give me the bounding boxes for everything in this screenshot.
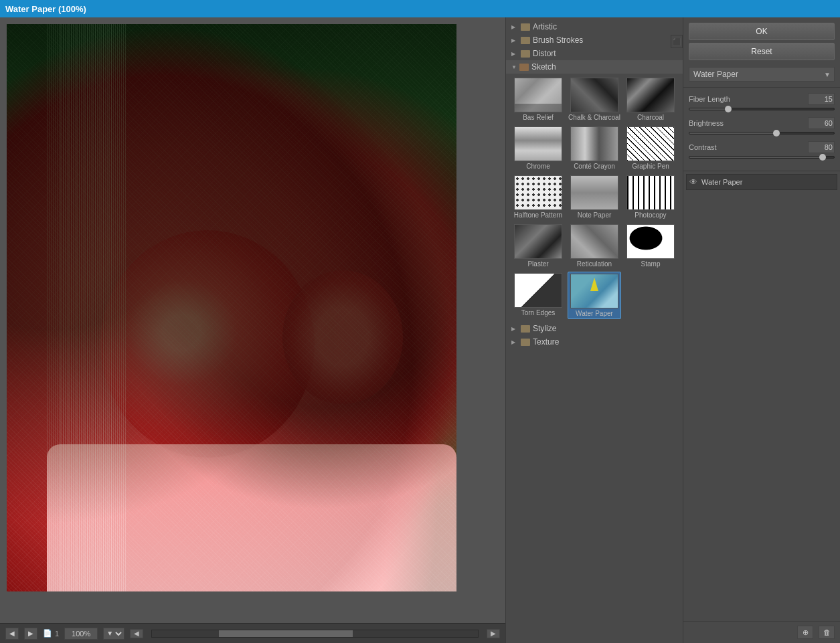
filter-selector: Water Paper ▼	[689, 67, 835, 82]
nav-next-button[interactable]: ▶	[24, 628, 37, 640]
thumb-item-chrome[interactable]: Chrome	[511, 125, 565, 171]
param-brightness-value[interactable]	[808, 117, 835, 129]
thumb-item-stamp[interactable]: Stamp	[624, 223, 677, 269]
page-count: 1	[55, 630, 59, 638]
thumb-item-note-paper[interactable]: Note Paper	[568, 174, 621, 220]
titlebar: Water Paper (100%)	[0, 0, 840, 17]
thumb-img-bas-relief	[514, 78, 562, 112]
collapse-panel-button[interactable]: ⬛	[671, 35, 683, 48]
thumb-item-chalk-charcoal[interactable]: Chalk & Charcoal	[568, 76, 621, 122]
sketch-thumb-grid: Bas Relief Chalk & Charcoal Charcoal Chr…	[506, 74, 683, 322]
param-fiber-length: Fiber Length	[689, 93, 835, 110]
param-brightness-header: Brightness	[689, 117, 835, 129]
thumb-img-plaster	[514, 224, 562, 259]
horizontal-scrollbar-track[interactable]	[151, 630, 479, 638]
param-fiber-length-header: Fiber Length	[689, 93, 835, 105]
thumb-item-photocopy[interactable]: Photocopy	[624, 174, 677, 220]
thumb-label-chalk-charcoal: Chalk & Charcoal	[568, 114, 620, 121]
thumb-img-halftone-pattern	[514, 175, 562, 210]
right-bottom-actions: ⊕ 🗑	[683, 621, 840, 643]
tree-label-distort: Distort	[533, 49, 556, 58]
tree-folder-artistic	[521, 23, 530, 31]
ok-button[interactable]: OK	[689, 23, 835, 40]
thumb-item-torn-edges[interactable]: Torn Edges	[511, 272, 565, 319]
thumb-label-stamp: Stamp	[641, 260, 661, 268]
filter-tree: ▶ Artistic ▶ Brush Strokes ▶ Distort ▼ S…	[506, 17, 683, 643]
layer-item-water-paper[interactable]: 👁 Water Paper	[686, 174, 837, 190]
param-contrast-label: Contrast	[689, 143, 717, 151]
tree-label-stylize: Stylize	[533, 324, 556, 333]
thumb-item-graphic-pen[interactable]: Graphic Pen	[624, 125, 677, 171]
thumb-item-conte-crayon[interactable]: Conté Crayon	[568, 125, 621, 171]
filter-dropdown[interactable]: Water Paper	[689, 67, 835, 82]
brightness-slider-track[interactable]	[689, 132, 835, 134]
tree-item-sketch[interactable]: ▼ Sketch	[506, 60, 683, 74]
tree-label-texture: Texture	[533, 337, 559, 347]
new-effect-button[interactable]: ⊕	[797, 626, 813, 639]
main-layout: ◀ ▶ 📄 1 100% ▼ ◀ ▶ ▶ Artistic	[0, 17, 840, 643]
thumb-item-charcoal[interactable]: Charcoal	[624, 76, 677, 122]
scroll-left-button[interactable]: ◀	[130, 629, 143, 638]
canvas-container	[0, 17, 505, 623]
param-contrast: Contrast	[689, 141, 835, 159]
contrast-slider-thumb[interactable]	[819, 154, 826, 161]
thumb-img-note-paper	[570, 175, 618, 210]
thumb-img-chalk-charcoal	[570, 78, 618, 112]
tree-folder-texture	[521, 339, 530, 346]
canvas-image	[7, 24, 456, 591]
parameters-area: Fiber Length Brightness	[683, 88, 840, 171]
tree-item-distort[interactable]: ▶ Distort	[506, 47, 683, 60]
thumb-img-charcoal	[626, 78, 675, 112]
delete-effect-button[interactable]: 🗑	[819, 626, 835, 639]
tree-item-stylize[interactable]: ▶ Stylize	[506, 322, 683, 335]
tree-arrow-stylize: ▶	[511, 326, 518, 332]
thumb-item-halftone-pattern[interactable]: Halftone Pattern	[511, 174, 565, 220]
thumb-label-charcoal: Charcoal	[637, 114, 664, 121]
thumb-img-stamp	[626, 224, 675, 259]
status-bar: ◀ ▶ 📄 1 100% ▼ ◀ ▶	[0, 623, 505, 643]
layer-visibility-icon[interactable]: 👁	[689, 177, 697, 187]
fiber-length-slider-thumb[interactable]	[725, 106, 732, 112]
thumb-item-plaster[interactable]: Plaster	[511, 223, 565, 269]
tree-label-sketch: Sketch	[531, 62, 556, 72]
thumb-img-reticulation	[570, 224, 618, 259]
param-contrast-header: Contrast	[689, 141, 835, 153]
reset-button[interactable]: Reset	[689, 43, 835, 60]
thumb-label-plaster: Plaster	[527, 260, 548, 268]
param-fiber-length-value[interactable]	[808, 93, 835, 105]
brightness-slider-thumb[interactable]	[773, 130, 780, 136]
thumb-img-photocopy	[626, 175, 675, 210]
tree-label-brush-strokes: Brush Strokes	[533, 35, 583, 45]
right-panel: OK Reset Water Paper ▼ Fiber Length	[683, 17, 840, 643]
tree-item-brush-strokes[interactable]: ▶ Brush Strokes	[506, 33, 683, 47]
filter-panel: ▶ Artistic ▶ Brush Strokes ▶ Distort ▼ S…	[505, 17, 683, 643]
horizontal-scrollbar-thumb[interactable]	[219, 630, 353, 637]
thumb-item-reticulation[interactable]: Reticulation	[568, 223, 621, 269]
thumb-label-bas-relief: Bas Relief	[523, 114, 554, 121]
thumb-label-graphic-pen: Graphic Pen	[632, 163, 669, 170]
fiber-length-slider-fill	[689, 108, 728, 110]
thumb-label-note-paper: Note Paper	[578, 211, 612, 219]
layers-area: 👁 Water Paper	[683, 171, 840, 621]
fiber-length-slider-track[interactable]	[689, 108, 835, 110]
thumb-item-bas-relief[interactable]: Bas Relief	[511, 76, 565, 122]
param-brightness-label: Brightness	[689, 119, 724, 127]
tree-item-artistic[interactable]: ▶ Artistic	[506, 20, 683, 33]
tree-item-texture[interactable]: ▶ Texture	[506, 335, 683, 349]
zoom-input[interactable]: 100%	[64, 628, 98, 640]
thumb-label-halftone-pattern: Halftone Pattern	[514, 211, 562, 219]
contrast-slider-fill	[689, 157, 823, 158]
thumb-label-reticulation: Reticulation	[577, 260, 612, 268]
zoom-display: 📄 1	[43, 629, 59, 638]
param-contrast-value[interactable]	[808, 141, 835, 153]
thumb-item-water-paper[interactable]: Water Paper	[568, 272, 621, 319]
action-buttons-area: OK Reset Water Paper ▼	[683, 17, 840, 88]
tree-arrow-distort: ▶	[511, 51, 518, 57]
nav-prev-button[interactable]: ◀	[5, 628, 19, 640]
zoom-dropdown[interactable]: ▼	[103, 628, 124, 640]
tree-folder-distort	[521, 50, 530, 58]
brightness-slider-fill	[689, 132, 776, 134]
thumb-label-torn-edges: Torn Edges	[521, 309, 556, 316]
scroll-right-button[interactable]: ▶	[487, 629, 500, 638]
contrast-slider-track[interactable]	[689, 156, 835, 159]
